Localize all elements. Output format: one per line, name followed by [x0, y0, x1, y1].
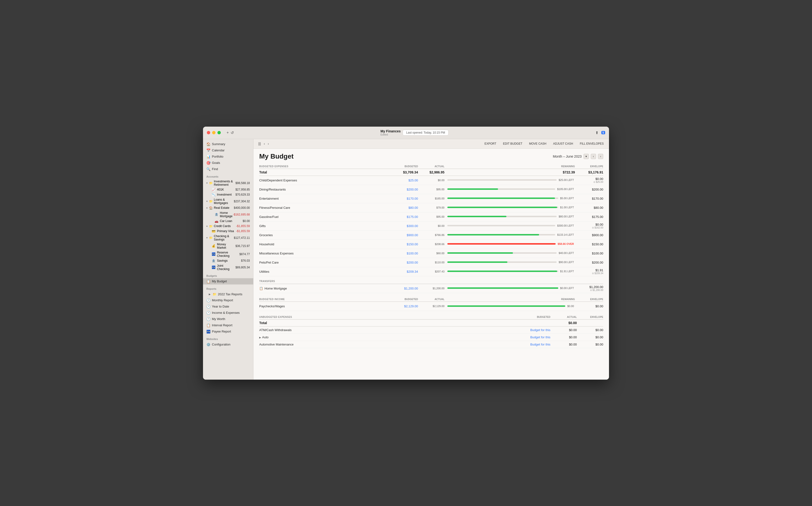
table-row[interactable]: ▶Auto Budget for this $0.00 $0.00	[259, 334, 603, 341]
table-row[interactable]: Entertainment $170.00 $165.00 $5.00 LEFT…	[259, 194, 603, 203]
row-envelope: $0.00 ⊙ $25.00	[577, 177, 603, 183]
sidebar-item-goals[interactable]: 🎯 Goals	[203, 160, 253, 166]
sidebar-account-401k[interactable]: 📈 401K $27,958.85	[203, 187, 253, 192]
sidebar-item-monthly-report[interactable]: 🕐 Monthly Report	[203, 297, 253, 304]
row-actual: $2,129.00	[418, 305, 444, 308]
move-cash-button[interactable]: MOVE CASH	[528, 141, 548, 146]
row-name: ATM/Cash Withdrawals	[259, 328, 524, 332]
row-budgeted: $1,200.00	[391, 287, 418, 290]
sidebar-account-investment[interactable]: 📉 Investment $70,629.33	[203, 192, 253, 197]
row-name: Gasoline/Fuel	[259, 215, 391, 219]
sidebar-account-car-loan[interactable]: 🚗 Car Loan $0.00	[203, 219, 253, 224]
sidebar-item-configuration[interactable]: ⚙️ Configuration	[203, 341, 253, 348]
icon-car-loan: 🚗	[214, 219, 218, 223]
table-row[interactable]: Paychecks/Wages $2,129.00 $2,129.00 $0.0…	[259, 302, 603, 311]
forward-button[interactable]: ›	[267, 141, 270, 146]
interval-report-icon: 📋	[206, 323, 210, 327]
budget-content: My Budget Month – June 2023 ▾ ‹ › BUDGET…	[254, 149, 609, 380]
sidebar-account-reserve-checking[interactable]: 🏧 Reserve Checking $874.77	[203, 250, 253, 258]
sidebar-item-calendar[interactable]: 📅 Calendar	[203, 147, 253, 154]
table-row[interactable]: Child/Dependent Expenses $25.00 $0.00 $2…	[259, 176, 603, 185]
monthly-report-icon: 🕐	[206, 299, 210, 302]
table-row[interactable]: Utilities $209.34 $207.43 $1.91 LEFT $1.…	[259, 267, 603, 276]
sidebar-item-summary[interactable]: 🏠 Summary	[203, 141, 253, 147]
account-group-investments[interactable]: ▾ 📁 Investments & Retirement $98,588.18	[203, 179, 253, 187]
sidebar-account-primary-visa[interactable]: 💳 Primary Visa -$1,855.59	[203, 229, 253, 234]
total-remaining: $722.39	[444, 170, 577, 174]
sidebar-item-income-expenses[interactable]: 🕐 Income & Expenses	[203, 310, 253, 316]
edit-budget-button[interactable]: EDIT BUDGET	[502, 141, 524, 146]
calendar-icon: 📅	[206, 149, 210, 152]
export-button[interactable]: EXPORT	[483, 141, 498, 146]
account-group-loans[interactable]: ▾ 📁 Loans & Mortgages $237,304.32	[203, 197, 253, 205]
budget-link[interactable]: Budget for this	[524, 335, 550, 339]
sidebar-label-monthly-report: Monthly Report	[212, 299, 233, 302]
sidebar-item-year-to-date[interactable]: 🕐 Year to Date	[203, 304, 253, 310]
row-actual: $0.00	[418, 225, 444, 227]
month-back-button[interactable]: ‹	[591, 154, 596, 159]
year-to-date-icon: 🕐	[206, 305, 210, 309]
table-row[interactable]: Groceries $900.00 $766.86 $133.14 LEFT $…	[259, 231, 603, 240]
row-actual: $0.00	[550, 335, 577, 339]
sidebar-label-calendar: Calendar	[212, 149, 224, 152]
chevron-tax: ▶	[209, 293, 211, 296]
unbudgeted-col-envelope: ENVELOPE	[577, 316, 603, 318]
sidebar-item-portfolio[interactable]: 📊 Portfolio	[203, 154, 253, 160]
table-row[interactable]: Miscellaneous Expenses $100.00 $60.00 $4…	[259, 249, 603, 258]
fill-envelopes-button[interactable]: FILL ENVELOPES	[578, 141, 605, 146]
chevron-real-estate: ▾	[206, 206, 207, 209]
row-name: Gifts	[259, 224, 391, 228]
close-button[interactable]	[207, 131, 210, 134]
row-budgeted: $25.00	[391, 178, 418, 182]
table-row[interactable]: ATM/Cash Withdrawals Budget for this $0.…	[259, 327, 603, 334]
budget-link[interactable]: Budget for this	[524, 343, 550, 346]
row-name: Utilities	[259, 270, 391, 273]
sidebar-toggle-button[interactable]: |||	[257, 141, 262, 146]
table-row[interactable]: Automotive Maintenance Budget for this $…	[259, 341, 603, 348]
month-forward-button[interactable]: ›	[598, 154, 603, 159]
table-row[interactable]: 📋Home Mortgage $1,200.00 $1,200.00 $0.00…	[259, 284, 603, 293]
table-row[interactable]: Pets/Pet Care $200.00 $110.00 $90.00 LEF…	[259, 258, 603, 267]
sidebar-item-interval-report[interactable]: 📋 Interval Report	[203, 322, 253, 328]
month-prev-button[interactable]: ▾	[583, 154, 589, 159]
reports-section-label: Reports	[203, 284, 253, 291]
account-value-loans: $237,304.32	[234, 200, 250, 203]
sidebar-account-money-market[interactable]: 💰 Money Market $36,715.97	[203, 242, 253, 250]
sidebar-item-payee-report[interactable]: 🏧 Payee Report	[203, 328, 253, 335]
sidebar-account-joint-checking[interactable]: 🏧 Joint Checking $89,805.34	[203, 263, 253, 271]
budget-title: My Budget	[259, 153, 293, 160]
account-group-credit-cards[interactable]: ▾ 📁 Credit Cards -$1,855.59	[203, 224, 253, 229]
account-group-checking-savings[interactable]: ▾ 📁 Checking & Savings $127,472.11	[203, 234, 253, 242]
row-actual: $0.00	[550, 328, 577, 332]
income-col-remaining: REMAINING	[444, 298, 577, 301]
main-content: ||| ‹ › EXPORT EDIT BUDGET MOVE CASH ADJ…	[254, 139, 609, 380]
sidebar-item-my-worth[interactable]: 🕐 My Worth	[203, 316, 253, 322]
sidebar-item-find[interactable]: 🔍 Find	[203, 166, 253, 172]
sidebar-item-tax-2022[interactable]: ▶ 📁 2022 Tax Reports	[203, 291, 253, 297]
plus-icon[interactable]: +	[227, 131, 229, 135]
table-row[interactable]: Dining/Restaurants $200.00 $95.00 $105.0…	[259, 185, 603, 194]
sidebar-account-savings[interactable]: 🏦 Savings $76.03	[203, 258, 253, 263]
back-button[interactable]: ‹	[263, 141, 266, 146]
minimize-button[interactable]	[212, 131, 215, 134]
sidebar-account-home-mortgage[interactable]: 🏦 Home Mortgage -$162,695.68	[203, 210, 253, 219]
export-icon[interactable]: ⬆	[595, 131, 599, 135]
sidebar-label-find: Find	[212, 167, 218, 171]
icon-money-market: 💰	[212, 244, 215, 248]
maximize-button[interactable]	[217, 131, 221, 134]
sidebar-item-my-budget[interactable]: 📋 My Budget	[203, 278, 253, 284]
col-header-category: BUDGETED EXPENSES	[259, 165, 391, 168]
table-row[interactable]: Household $150.00 $208.66 $58.66 OVER $1…	[259, 240, 603, 249]
account-group-real-estate[interactable]: ▾ 🏠 Real Estate $400,000.00	[203, 205, 253, 210]
portfolio-icon: 📊	[206, 155, 210, 159]
row-name: Household	[259, 242, 391, 246]
budget-link[interactable]: Budget for this	[524, 328, 550, 332]
col-header-remaining: REMAINING	[444, 165, 577, 168]
adjust-cash-button[interactable]: ADJUST CASH	[552, 141, 574, 146]
refresh-icon[interactable]: ↺	[231, 131, 234, 135]
table-row[interactable]: Gifts $300.00 $0.00 $300.00 LEFT $0.00 ⊙…	[259, 222, 603, 231]
table-row[interactable]: Fitness/Personal Care $80.00 $79.00 $1.0…	[259, 203, 603, 213]
table-row[interactable]: Gasoline/Fuel $175.00 $95.00 $80.00 LEFT…	[259, 213, 603, 222]
titlebar: + ↺ My Finances Edited Last opened: Toda…	[203, 126, 609, 139]
goals-icon: 🎯	[206, 161, 210, 165]
